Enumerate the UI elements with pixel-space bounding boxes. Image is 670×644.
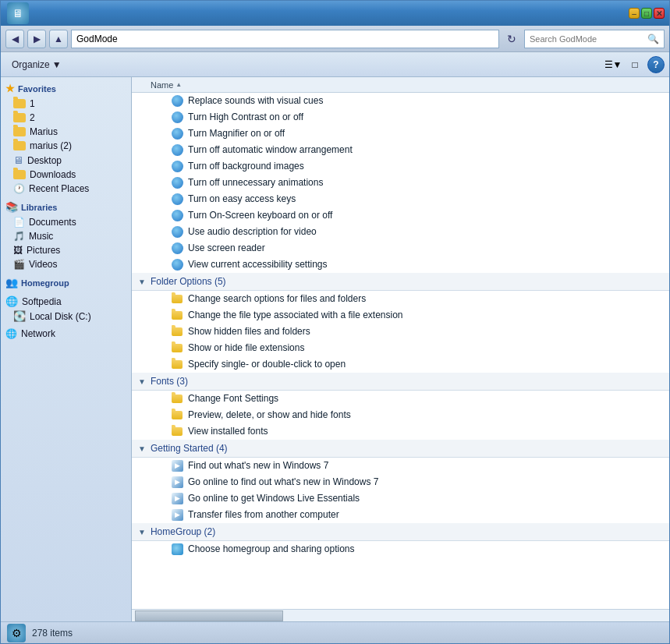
forward-button[interactable]: ▶ [27, 30, 46, 48]
list-item[interactable]: Replace sounds with visual cues [132, 93, 669, 109]
list-item[interactable]: ▶ Transfer files from another computer [132, 507, 669, 523]
list-item[interactable]: Preview, delete, or show and hide fonts [132, 407, 669, 423]
homegroup-header[interactable]: 👥 Homegroup [1, 274, 131, 291]
sidebar-item-marius2[interactable]: marius (2) [1, 139, 131, 153]
view-icon: ☰▼ [604, 59, 622, 70]
item-icon [171, 409, 183, 421]
folder-icon [13, 99, 26, 108]
sidebar-item-recent[interactable]: 🕐 Recent Places [1, 182, 131, 196]
list-item[interactable]: ▶ Go online to get Windows Live Essentia… [132, 490, 669, 507]
content-scroll[interactable]: Replace sounds with visual cues Turn Hig… [132, 93, 669, 609]
list-item[interactable]: ▶ Go online to find out what's new in Wi… [132, 474, 669, 490]
item-icon [171, 111, 183, 123]
item-icon: ▶ [171, 508, 183, 521]
sidebar-item-label: Downloads [30, 169, 76, 180]
folder-icon [13, 113, 26, 122]
list-item[interactable]: Use screen reader [132, 240, 669, 257]
item-icon [171, 258, 183, 271]
organize-arrow-icon: ▼ [52, 59, 62, 70]
videos-icon: 🎬 [13, 259, 25, 270]
list-item[interactable]: Turn Magnifier on or off [132, 126, 669, 142]
list-item[interactable]: Turn off background images [132, 158, 669, 175]
column-header: Name ▲ [132, 77, 669, 93]
list-item[interactable]: View installed fonts [132, 423, 669, 440]
getting-started-icon: ▶ [172, 476, 183, 488]
organize-label: Organize [12, 59, 50, 70]
item-label: Go online to get Windows Live Essentials [188, 493, 360, 504]
item-icon [171, 543, 183, 555]
list-item[interactable]: Specify single- or double-click to open [132, 356, 669, 373]
item-icon [171, 225, 183, 238]
horizontal-scrollbar[interactable] [132, 609, 669, 621]
getting-started-header[interactable]: ▼ Getting Started (4) [132, 440, 669, 458]
main-area: ★ Favorites 1 2 Marius marius (2) [1, 77, 669, 621]
view-options-button[interactable]: ☰▼ [604, 55, 622, 74]
list-item[interactable]: View current accessibility settings [132, 257, 669, 273]
list-item[interactable]: Show hidden files and folders [132, 324, 669, 340]
list-item[interactable]: Change Font Settings [132, 391, 669, 407]
list-item[interactable]: ▶ Find out what's new in Windows 7 [132, 458, 669, 474]
organize-button[interactable]: Organize ▼ [5, 55, 68, 75]
list-item[interactable]: Turn High Contrast on or off [132, 109, 669, 126]
sidebar-item-pictures[interactable]: 🖼 Pictures [1, 243, 131, 257]
list-item[interactable]: Change search options for files and fold… [132, 291, 669, 307]
sidebar-item-localdisk[interactable]: 💽 Local Disk (C:) [1, 309, 131, 324]
favorites-section: ★ Favorites 1 2 Marius marius (2) [1, 80, 131, 196]
sidebar-item-network[interactable]: 🌐 Network [1, 327, 131, 341]
sidebar-item-music[interactable]: 🎵 Music [1, 229, 131, 243]
up-button[interactable]: ▲ [49, 30, 68, 48]
item-label: Specify single- or double-click to open [188, 359, 346, 370]
minimize-button[interactable]: – [629, 8, 640, 19]
libraries-header[interactable]: 📚 Libraries [1, 199, 131, 215]
list-item[interactable]: Change the file type associated with a f… [132, 307, 669, 324]
list-item[interactable]: Show or hide file extensions [132, 340, 669, 356]
sidebar-item-downloads[interactable]: Downloads [1, 168, 131, 182]
list-item[interactable]: Turn on easy access keys [132, 191, 669, 207]
sidebar-item-2[interactable]: 2 [1, 111, 131, 125]
item-label: Use audio description for video [188, 226, 317, 237]
item-icon [171, 309, 183, 321]
sort-arrow-icon: ▲ [175, 81, 182, 88]
preview-pane-button[interactable]: □ [626, 55, 644, 74]
address-path[interactable]: GodMode [71, 30, 499, 48]
item-label: Change search options for files and fold… [188, 293, 366, 304]
sidebar-item-desktop[interactable]: 🖥 Desktop [1, 153, 131, 168]
sidebar-item-documents[interactable]: 📄 Documents [1, 215, 131, 229]
list-item[interactable]: Turn off automatic window arrangement [132, 142, 669, 158]
item-icon [171, 209, 183, 221]
sidebar-item-videos[interactable]: 🎬 Videos [1, 257, 131, 271]
sidebar-item-marius[interactable]: Marius [1, 125, 131, 139]
item-label: Turn off unnecessary animations [188, 177, 323, 188]
item-icon [171, 358, 183, 370]
preview-icon: □ [632, 59, 637, 70]
folder-options-header[interactable]: ▼ Folder Options (5) [132, 273, 669, 291]
section-title: HomeGroup (2) [151, 526, 215, 537]
list-item[interactable]: Turn off unnecessary animations [132, 175, 669, 191]
close-button[interactable]: ✕ [654, 8, 665, 19]
fonts-header[interactable]: ▼ Fonts (3) [132, 373, 669, 391]
search-input[interactable] [530, 34, 644, 44]
favorites-header[interactable]: ★ Favorites [1, 80, 131, 97]
item-icon [171, 143, 183, 156]
section-title: Folder Options (5) [151, 276, 226, 287]
window-controls: – □ ✕ [629, 8, 665, 19]
item-label: Preview, delete, or show and hide fonts [188, 409, 351, 420]
title-bar: 🖥 – □ ✕ [1, 1, 669, 26]
sidebar-item-label: Desktop [27, 155, 62, 166]
list-item[interactable]: Turn On-Screen keyboard on or off [132, 207, 669, 224]
refresh-button[interactable]: ↻ [502, 30, 521, 48]
help-button[interactable]: ? [647, 56, 665, 73]
item-icon: ▶ [171, 476, 183, 488]
sidebar-item-1[interactable]: 1 [1, 97, 131, 111]
section-title: Getting Started (4) [151, 443, 228, 454]
homegroup-section-header[interactable]: ▼ HomeGroup (2) [132, 523, 669, 541]
item-label: Change the file type associated with a f… [188, 310, 403, 320]
hscroll-thumb[interactable] [135, 610, 283, 621]
back-button[interactable]: ◀ [5, 30, 24, 48]
list-item[interactable]: Choose homegroup and sharing options [132, 541, 669, 557]
maximize-button[interactable]: □ [641, 8, 652, 19]
sidebar-item-softpedia[interactable]: 🌐 Softpedia [1, 294, 131, 309]
list-item[interactable]: Use audio description for video [132, 224, 669, 240]
name-column-header[interactable]: Name ▲ [151, 80, 182, 90]
section-collapse-arrow: ▼ [138, 377, 146, 386]
